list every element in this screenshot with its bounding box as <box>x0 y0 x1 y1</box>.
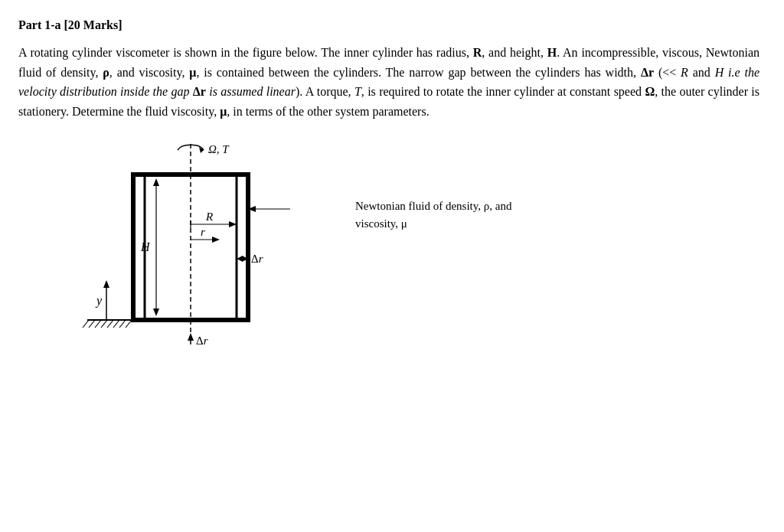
svg-line-4 <box>101 320 107 328</box>
annotation-area: Newtonian fluid of density, ρ, and visco… <box>355 197 511 232</box>
svg-text:Ω, T: Ω, T <box>208 143 230 155</box>
svg-text:H: H <box>140 240 151 253</box>
annotation-line1: Newtonian fluid of density, ρ, and <box>355 197 511 215</box>
svg-line-6 <box>113 320 119 328</box>
part-title: Part 1-a [20 Marks] <box>18 18 760 32</box>
svg-marker-19 <box>153 308 159 316</box>
svg-line-7 <box>119 320 126 328</box>
annotation-line2: viscosity, μ <box>355 215 511 233</box>
svg-text:Δr: Δr <box>251 253 263 265</box>
svg-marker-26 <box>212 237 220 243</box>
svg-marker-33 <box>188 333 194 341</box>
figure-area: y Ω, T H <box>64 136 760 366</box>
svg-text:Δr: Δr <box>196 335 208 347</box>
svg-marker-10 <box>103 280 109 288</box>
svg-line-5 <box>107 320 113 328</box>
svg-line-8 <box>126 320 132 328</box>
svg-text:R: R <box>205 211 213 223</box>
svg-line-2 <box>89 320 95 328</box>
svg-marker-18 <box>153 178 159 186</box>
svg-text:y: y <box>95 294 103 308</box>
svg-line-3 <box>95 320 101 328</box>
svg-text:r: r <box>201 226 205 238</box>
diagram-container: y Ω, T H <box>64 136 325 366</box>
viscometer-diagram: y Ω, T H <box>64 136 325 366</box>
svg-line-1 <box>83 320 89 328</box>
problem-text: A rotating cylinder viscometer is shown … <box>18 43 760 121</box>
